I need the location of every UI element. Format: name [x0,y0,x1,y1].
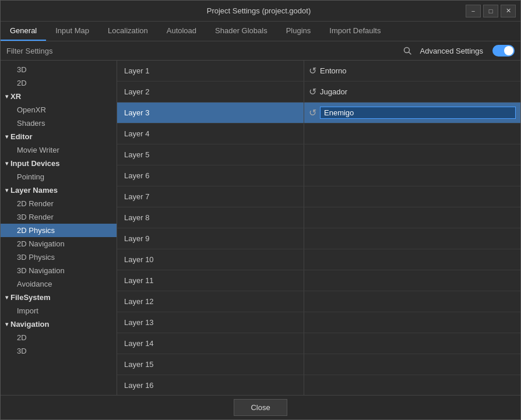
column-divider [304,123,304,144]
column-divider [304,144,304,165]
maximize-button[interactable]: □ [483,5,498,17]
layer-name-cell: Layer 12 [117,297,304,306]
sidebar-item-2d-render[interactable]: 2D Render [1,197,117,210]
sidebar-section-editor[interactable]: ▾ Editor [1,130,117,143]
input-devices-arrow: ▾ [5,160,8,167]
table-row: Layer 8 [117,207,520,228]
sidebar-item-import[interactable]: Import [1,304,117,317]
sidebar-item-shaders[interactable]: Shaders [1,117,117,130]
window-title: Project Settings (project.godot) [52,6,466,15]
search-icon[interactable] [403,46,412,55]
tab-plugins[interactable]: Plugins [277,22,321,41]
layer-name-cell: Layer 3 [117,108,304,117]
layer-name-cell: Layer 13 [117,318,304,327]
sidebar-item-3d-navigation[interactable]: 3D Navigation [1,264,117,277]
layer-value-text: Entorno [320,66,347,75]
editor-label: Editor [10,132,33,141]
column-divider [304,312,304,333]
xr-arrow: ▾ [5,93,8,100]
layer-value-cell[interactable]: ↺ [304,107,520,119]
table-row: Layer 9 [117,228,520,249]
layer-name-cell: Layer 10 [117,255,304,264]
reset-icon[interactable]: ↺ [309,65,316,76]
navigation-label: Navigation [10,320,49,329]
tab-input-map[interactable]: Input Map [46,22,98,41]
reset-icon[interactable]: ↺ [309,107,316,118]
column-divider [304,228,304,249]
table-row: Layer 2↺Jugador [117,82,520,103]
layer-value-text: Jugador [320,87,347,96]
column-divider [304,207,304,228]
table-row: Layer 16 [117,375,520,395]
editor-arrow: ▾ [5,133,8,140]
navigation-arrow: ▾ [5,321,8,327]
layer-name-cell: Layer 5 [117,150,304,159]
tab-bar: General Input Map Localization Autoload … [1,22,520,41]
advanced-settings-toggle[interactable] [492,45,515,57]
sidebar: 3D 2D ▾ XR OpenXR Shaders ▾ Editor Movie… [1,61,117,395]
layer-name-cell: Layer 9 [117,234,304,243]
sidebar-item-2d-physics[interactable]: 2D Physics [1,224,117,237]
tab-import-defaults[interactable]: Import Defaults [320,22,390,41]
xr-label: XR [10,92,21,101]
sidebar-section-filesystem[interactable]: ▾ FileSystem [1,291,117,304]
minimize-button[interactable]: − [466,5,481,17]
layer-name-cell: Layer 11 [117,276,304,285]
table-row: Layer 11 [117,270,520,291]
layer-name-cell: Layer 7 [117,192,304,201]
column-divider [304,354,304,375]
layer-name-cell: Layer 1 [117,66,304,75]
sidebar-item-3d-nav[interactable]: 3D [1,344,117,358]
layers-panel: Layer 1↺EntornoLayer 2↺JugadorLayer 3↺La… [117,61,520,395]
main-content: 3D 2D ▾ XR OpenXR Shaders ▾ Editor Movie… [1,61,520,395]
tab-autoload[interactable]: Autoload [157,22,206,41]
advanced-settings-label: Advanced Settings [420,47,483,55]
sidebar-item-openxr[interactable]: OpenXR [1,103,117,117]
tab-shader-globals[interactable]: Shader Globals [206,22,277,41]
sidebar-section-xr[interactable]: ▾ XR [1,90,117,103]
layer-name-cell: Layer 8 [117,213,304,222]
layer-input[interactable] [320,107,516,119]
table-row: Layer 4 [117,123,520,144]
filesystem-arrow: ▾ [5,294,8,301]
input-devices-label: Input Devices [10,159,60,168]
tab-general[interactable]: General [1,22,46,41]
tab-localization[interactable]: Localization [98,22,157,41]
layer-name-cell: Layer 16 [117,381,304,390]
sidebar-item-2d-nav[interactable]: 2D [1,331,117,344]
sidebar-item-pointing[interactable]: Pointing [1,170,117,183]
titlebar: Project Settings (project.godot) − □ ✕ [1,1,520,22]
sidebar-section-layer-names[interactable]: ▾ Layer Names [1,183,117,197]
table-row: Layer 5 [117,144,520,165]
sidebar-item-2d-top[interactable]: 2D [1,76,117,90]
sidebar-item-movie-writer[interactable]: Movie Writer [1,143,117,157]
column-divider [304,270,304,291]
table-row: Layer 3↺ [117,103,520,123]
table-row: Layer 6 [117,165,520,186]
layer-name-cell: Layer 6 [117,171,304,180]
column-divider [304,186,304,207]
layer-value-cell[interactable]: ↺Jugador [304,86,520,97]
close-button[interactable]: Close [234,399,287,416]
column-divider [304,291,304,312]
table-row: Layer 15 [117,354,520,375]
column-divider [304,375,304,395]
svg-line-1 [409,52,411,55]
sidebar-item-3d-top[interactable]: 3D [1,63,117,76]
sidebar-section-input-devices[interactable]: ▾ Input Devices [1,157,117,170]
close-window-button[interactable]: ✕ [501,5,516,17]
sidebar-item-3d-physics[interactable]: 3D Physics [1,250,117,264]
bottom-bar: Close [1,395,520,419]
reset-icon[interactable]: ↺ [309,86,316,97]
table-row: Layer 13 [117,312,520,333]
sidebar-item-3d-render[interactable]: 3D Render [1,210,117,224]
column-divider [304,165,304,186]
sidebar-item-2d-navigation[interactable]: 2D Navigation [1,237,117,250]
column-divider [304,333,304,354]
sidebar-section-navigation[interactable]: ▾ Navigation [1,317,117,331]
table-row: Layer 12 [117,291,520,312]
sidebar-item-avoidance[interactable]: Avoidance [1,277,117,291]
filesystem-label: FileSystem [10,293,51,302]
layer-value-cell[interactable]: ↺Entorno [304,65,520,76]
layer-names-arrow: ▾ [5,187,8,193]
